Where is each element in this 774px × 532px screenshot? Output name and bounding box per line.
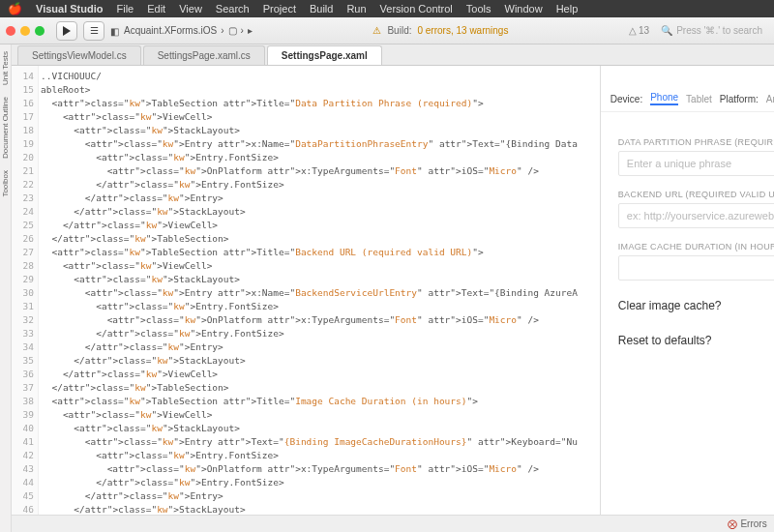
menu-vcs[interactable]: Version Control bbox=[380, 3, 453, 15]
menu-window[interactable]: Window bbox=[505, 3, 543, 15]
window-controls bbox=[6, 26, 45, 36]
section-backend-url: BACKEND URL (REQUIRED VALID URL) bbox=[618, 190, 774, 199]
startup-breadcrumb[interactable]: ◧ Acquaint.XForms.iOS › ▢ › ▸ bbox=[110, 25, 253, 36]
minimize-window-icon[interactable] bbox=[20, 26, 30, 36]
search-icon: 🔍 bbox=[661, 25, 672, 36]
macos-menubar: 🍎 Visual Studio File Edit View Search Pr… bbox=[0, 0, 774, 17]
zoom-window-icon[interactable] bbox=[35, 26, 45, 36]
preview-device-bar: Device: Phone Tablet Platform: Android i… bbox=[601, 90, 774, 112]
run-button[interactable] bbox=[56, 21, 77, 41]
statusbar: ⨂Errors ☑Tasks ☷Properties bbox=[12, 515, 774, 532]
global-search[interactable]: 🔍 Press '⌘.' to search bbox=[655, 25, 768, 36]
pad-toolbox[interactable]: Toolbox bbox=[0, 167, 11, 200]
menu-edit[interactable]: Edit bbox=[147, 3, 165, 15]
xaml-previewer: Preview Device: Phone Tablet Platform: A… bbox=[600, 66, 774, 515]
search-placeholder: Press '⌘.' to search bbox=[676, 25, 762, 36]
build-status-prefix: Build: bbox=[387, 25, 411, 36]
data-partition-input[interactable] bbox=[618, 151, 774, 176]
menu-run[interactable]: Run bbox=[346, 3, 366, 15]
platform-label: Platform: bbox=[720, 94, 759, 104]
warn-triangle-icon: △ bbox=[629, 25, 637, 36]
backend-url-input[interactable] bbox=[618, 203, 774, 228]
config-icon: ◧ bbox=[110, 26, 120, 36]
menu-build[interactable]: Build bbox=[310, 3, 333, 15]
tab-settingspage-cs[interactable]: SettingsPage.xaml.cs bbox=[143, 45, 265, 65]
preview-surface: DATA PARTITION PHRASE (REQUIRED) BACKEND… bbox=[601, 112, 774, 515]
breadcrumb-project: Acquaint.XForms.iOS bbox=[124, 25, 217, 36]
platform-android[interactable]: Android bbox=[766, 94, 774, 104]
pad-unit-tests[interactable]: Unit Tests bbox=[0, 48, 11, 88]
menu-project[interactable]: Project bbox=[263, 3, 296, 15]
pad-document-outline[interactable]: Document Outline bbox=[0, 94, 11, 162]
document-tabs: SettingsViewModel.cs SettingsPage.xaml.c… bbox=[12, 44, 774, 66]
menu-tools[interactable]: Tools bbox=[466, 3, 491, 15]
status-errors[interactable]: ⨂Errors bbox=[728, 518, 766, 529]
section-image-cache: IMAGE CACHE DURATION (IN HOURS) bbox=[618, 242, 774, 251]
toolbar: ☰ ◧ Acquaint.XForms.iOS › ▢ › ▸ ⚠ Build:… bbox=[0, 17, 774, 44]
menu-app[interactable]: Visual Studio bbox=[36, 3, 103, 15]
device-label: Device: bbox=[610, 94, 642, 104]
breadcrumb-sep: › bbox=[221, 25, 223, 36]
tab-settingspage-xaml[interactable]: SettingsPage.xaml bbox=[267, 45, 382, 65]
apple-icon[interactable]: 🍎 bbox=[8, 2, 22, 15]
tab-settingsviewmodel[interactable]: SettingsViewModel.cs bbox=[17, 45, 141, 65]
device-tablet[interactable]: Tablet bbox=[686, 94, 712, 104]
warning-icon: ⚠ bbox=[372, 25, 381, 36]
build-status-text: 0 errors, 13 warnings bbox=[417, 25, 508, 36]
menu-help[interactable]: Help bbox=[556, 3, 579, 15]
configure-button[interactable]: ☰ bbox=[83, 21, 104, 41]
code-editor[interactable]: 14 15 16 17 18 19 20 21 22 23 24 25 26 2… bbox=[12, 66, 600, 515]
breadcrumb-config: ▢ bbox=[228, 25, 237, 36]
menu-file[interactable]: File bbox=[116, 3, 134, 15]
warning-badge[interactable]: △13 bbox=[629, 25, 649, 36]
code-content[interactable]: ..VICHOUUC/ ableRoot> <attr">class="kw">… bbox=[39, 66, 600, 515]
device-phone[interactable]: Phone bbox=[650, 92, 678, 105]
svg-marker-0 bbox=[63, 26, 71, 36]
line-gutter: 14 15 16 17 18 19 20 21 22 23 24 25 26 2… bbox=[12, 66, 39, 515]
image-cache-input[interactable] bbox=[618, 255, 774, 281]
breadcrumb-sep2: › bbox=[241, 25, 244, 36]
menu-search[interactable]: Search bbox=[216, 3, 250, 15]
close-window-icon[interactable] bbox=[6, 26, 15, 36]
switch-clear-cache-label: Clear image cache? bbox=[618, 299, 722, 312]
error-icon: ⨂ bbox=[728, 518, 737, 529]
left-pad-sidebar: Unit Tests Document Outline Toolbox bbox=[0, 44, 12, 532]
build-status: ⚠ Build: 0 errors, 13 warnings bbox=[258, 25, 623, 36]
breadcrumb-device: ▸ bbox=[248, 25, 253, 36]
section-data-partition: DATA PARTITION PHRASE (REQUIRED) bbox=[618, 137, 774, 147]
menu-view[interactable]: View bbox=[179, 3, 202, 15]
switch-reset-defaults-label: Reset to defaults? bbox=[618, 334, 712, 347]
